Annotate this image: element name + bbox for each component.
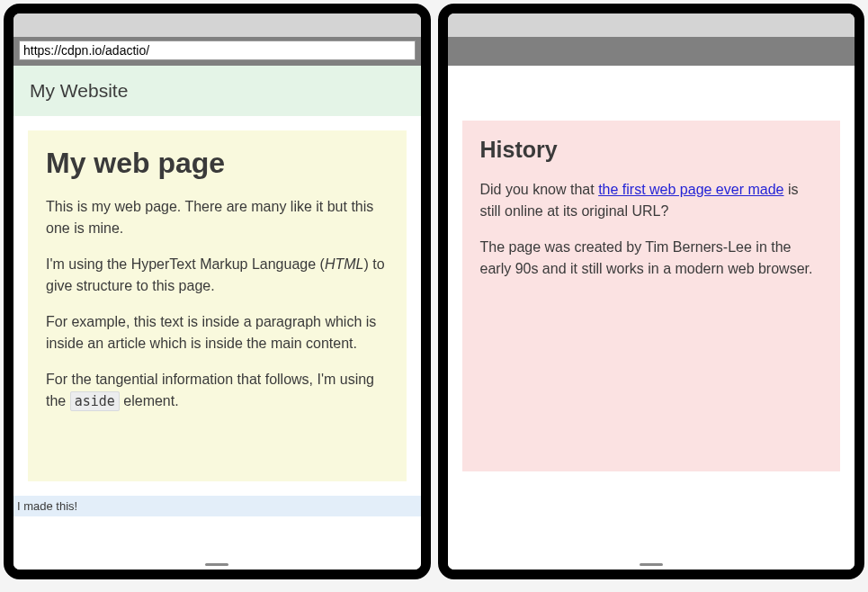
- aside-p2: The page was created by Tim Berners-Lee …: [480, 237, 823, 280]
- viewport-left[interactable]: My Website My web page This is my web pa…: [13, 66, 421, 570]
- site-header: My Website: [13, 66, 421, 116]
- footer-text: I made this!: [17, 499, 77, 513]
- site-title: My Website: [30, 80, 128, 101]
- device-right: History Did you know that the first web …: [438, 4, 865, 579]
- device-toolbar: [448, 37, 855, 66]
- url-input[interactable]: [19, 40, 416, 60]
- text: Did you know that: [480, 182, 599, 197]
- main-content: History Did you know that the first web …: [448, 67, 855, 486]
- device-pair: My Website My web page This is my web pa…: [4, 4, 864, 579]
- device-toolbar: [13, 37, 421, 66]
- article-p2: I'm using the HyperText Markup Language …: [46, 254, 389, 297]
- article: My web page This is my web page. There a…: [28, 130, 407, 481]
- text: element.: [120, 393, 179, 408]
- article-p1: This is my web page. There are many like…: [46, 196, 389, 239]
- first-web-page-link[interactable]: the first web page ever made: [598, 182, 783, 197]
- home-indicator-icon[interactable]: [205, 563, 228, 566]
- aside-heading: History: [480, 137, 823, 163]
- aside-p1: Did you know that the first web page eve…: [480, 179, 823, 222]
- device-statusbar: [448, 13, 855, 37]
- code-aside: aside: [70, 391, 120, 411]
- home-indicator-icon[interactable]: [640, 563, 663, 566]
- article-p4: For the tangential information that foll…: [46, 369, 389, 412]
- device-left: My Website My web page This is my web pa…: [4, 4, 431, 579]
- site-footer: I made this!: [13, 496, 421, 516]
- html-emphasis: HTML: [325, 256, 364, 272]
- article-p3: For example, this text is inside a parag…: [46, 311, 389, 354]
- device-statusbar: [13, 13, 421, 37]
- text: I'm using the HyperText Markup Language …: [46, 256, 325, 272]
- aside: History Did you know that the first web …: [462, 121, 841, 471]
- page-title: My web page: [46, 147, 389, 180]
- viewport-right[interactable]: History Did you know that the first web …: [448, 66, 855, 570]
- main-content: My web page This is my web page. There a…: [13, 116, 421, 496]
